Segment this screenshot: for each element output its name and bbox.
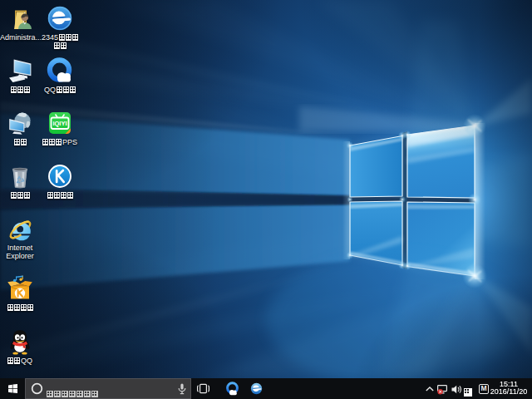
svg-text:iQIYI: iQIYI — [52, 120, 66, 127]
